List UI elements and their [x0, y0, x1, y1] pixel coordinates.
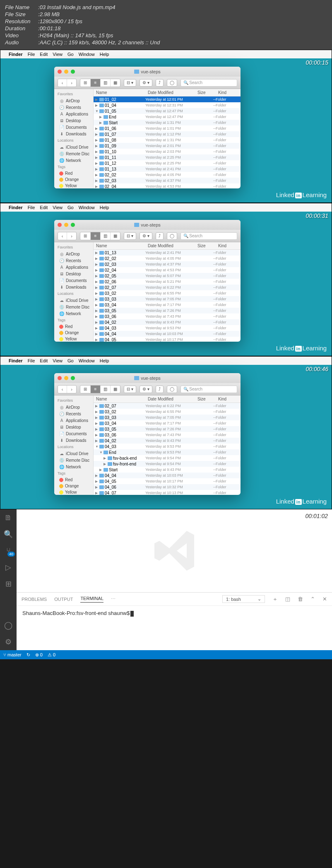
explorer-icon[interactable]: 🗎 — [3, 513, 13, 523]
file-row[interactable]: ▶04_07 Yesterday at 10:13 PM--Folder — [94, 490, 241, 495]
arrange-button[interactable]: ⊟ ▾ — [124, 232, 136, 240]
file-row[interactable]: ▶03_05 Yesterday at 7:26 PM--Folder — [94, 308, 241, 313]
debug-icon[interactable]: ▷ — [3, 562, 13, 572]
tab-terminal[interactable]: TERMINAL — [80, 596, 103, 603]
file-row[interactable]: ▶01_02 Yesterday at 12:01 PM--Folder — [94, 96, 241, 102]
sidebar-item[interactable]: 🌐Network — [54, 463, 93, 470]
menu-edit[interactable]: Edit — [40, 52, 48, 57]
menu-help[interactable]: Help — [100, 52, 109, 57]
menu-file[interactable]: File — [28, 358, 35, 363]
close-button[interactable] — [58, 223, 62, 227]
file-row[interactable]: ▶01_06 Yesterday at 1:01 PM--Folder — [94, 125, 241, 131]
sidebar-item[interactable]: 🕘Recents — [54, 410, 93, 417]
file-row[interactable]: ▶02_07 Yesterday at 6:22 PM--Folder — [94, 403, 241, 409]
file-row[interactable]: ▼04_03 Yesterday at 9:53 PM--Folder — [94, 444, 241, 449]
menu-go[interactable]: Go — [67, 52, 74, 57]
split-terminal-icon[interactable]: ◫ — [285, 596, 290, 602]
zoom-button[interactable] — [71, 376, 75, 380]
nav-buttons[interactable]: ‹› — [58, 385, 77, 393]
file-row[interactable]: ▶04_05 Yesterday at 10:17 PM--Folder — [94, 478, 241, 484]
file-row[interactable]: ▶04_03 Yesterday at 9:53 PM--Folder — [94, 325, 241, 331]
view-buttons[interactable]: ⊞≡▥▦ — [80, 385, 120, 393]
titlebar[interactable]: vue-steps — [54, 67, 241, 77]
menu-file[interactable]: File — [28, 205, 35, 210]
file-row[interactable]: ▶01_09 Yesterday at 2:01 PM--Folder — [94, 143, 241, 149]
file-row[interactable]: ▶03_02 Yesterday at 6:55 PM--Folder — [94, 409, 241, 415]
file-row[interactable]: ▶03_06 Yesterday at 7:43 PM--Folder — [94, 432, 241, 438]
nav-buttons[interactable]: ‹› — [58, 232, 77, 240]
view-buttons[interactable]: ⊞≡▥▦ — [80, 79, 120, 87]
file-row[interactable]: ▶fsv-back-end Yesterday at 9:54 PM--Fold… — [94, 455, 241, 461]
sync-icon[interactable]: ↻ — [26, 652, 30, 658]
sidebar-item[interactable]: 🕘Recents — [54, 104, 93, 111]
sidebar-item[interactable]: 🕘Recents — [54, 257, 93, 264]
tab-problems[interactable]: PROBLEMS — [22, 597, 47, 602]
file-row[interactable]: ▶03_04 Yesterday at 7:17 PM--Folder — [94, 302, 241, 308]
menu-window[interactable]: Window — [79, 358, 95, 363]
titlebar[interactable]: vue-steps — [54, 373, 241, 383]
share-button[interactable]: ⤴ — [156, 232, 164, 240]
menu-view[interactable]: View — [53, 205, 63, 210]
sidebar-item[interactable]: AApplications — [54, 264, 93, 270]
file-row[interactable]: ▶02_04 Yesterday at 4:53 PM--Folder — [94, 183, 241, 188]
sidebar-item[interactable]: ☁iCloud Drive — [54, 297, 93, 304]
menu-window[interactable]: Window — [79, 52, 95, 57]
file-row[interactable]: ▶04_05 Yesterday at 10:17 PM--Folder — [94, 337, 241, 342]
file-row[interactable]: ▶02_02 Yesterday at 4:05 PM--Folder — [94, 256, 241, 261]
zoom-button[interactable] — [71, 223, 75, 227]
menu-help[interactable]: Help — [100, 205, 109, 210]
sidebar-tag[interactable]: Orange — [54, 330, 93, 336]
back-button[interactable]: ‹ — [58, 79, 67, 87]
sidebar-tag[interactable]: Red — [54, 477, 93, 483]
warnings-count[interactable]: ⚠ 0 — [48, 652, 55, 658]
file-row[interactable]: ▶End Yesterday at 12:47 PM--Folder — [94, 114, 241, 120]
file-row[interactable]: ▶04_06 Yesterday at 10:32 PM--Folder — [94, 484, 241, 490]
sidebar-item[interactable]: ☁iCloud Drive — [54, 450, 93, 457]
file-row[interactable]: ▶02_06 Yesterday at 5:21 PM--Folder — [94, 279, 241, 285]
minimize-button[interactable] — [64, 70, 68, 74]
file-row[interactable]: ▶04_04 Yesterday at 10:03 PM--Folder — [94, 331, 241, 337]
file-row[interactable]: ▶02_03 Yesterday at 4:37 PM--Folder — [94, 178, 241, 183]
tab-output[interactable]: OUTPUT — [54, 597, 73, 602]
errors-count[interactable]: ⊗ 0 — [35, 652, 43, 658]
menu-view[interactable]: View — [53, 52, 63, 57]
menu-go[interactable]: Go — [67, 205, 74, 210]
file-row[interactable]: ▶04_02 Yesterday at 9:43 PM--Folder — [94, 438, 241, 444]
sidebar-item[interactable]: ◎AirDrop — [54, 97, 93, 104]
more-icon[interactable]: ⋯ — [111, 596, 115, 602]
forward-button[interactable]: › — [67, 232, 76, 240]
file-row[interactable]: ▶01_07 Yesterday at 1:12 PM--Folder — [94, 131, 241, 137]
trash-icon[interactable]: 🗑 — [298, 596, 303, 602]
sidebar-tag[interactable]: Orange — [54, 176, 93, 183]
sidebar-tag[interactable]: Yellow — [54, 183, 93, 188]
arrange-button[interactable]: ⊟ ▾ — [124, 79, 136, 87]
column-headers[interactable]: NameDate ModifiedSizeKind — [94, 242, 241, 250]
status-bar[interactable]: ⑂ master ↻ ⊗ 0 ⚠ 0 — [0, 650, 332, 659]
sidebar-item[interactable]: ☁iCloud Drive — [54, 144, 93, 150]
close-button[interactable] — [58, 376, 62, 380]
titlebar[interactable]: vue-steps — [54, 220, 241, 230]
file-row[interactable]: ▶02_03 Yesterday at 4:37 PM--Folder — [94, 261, 241, 267]
file-row[interactable]: ▶fsv-front-end Yesterday at 9:54 PM--Fol… — [94, 461, 241, 467]
search-icon[interactable]: 🔍 — [3, 529, 13, 539]
action-button[interactable]: ⚙ ▾ — [140, 232, 152, 240]
file-row[interactable]: ▼01_05 Yesterday at 12:47 PM--Folder — [94, 108, 241, 114]
sidebar-item[interactable]: AApplications — [54, 417, 93, 424]
back-button[interactable]: ‹ — [58, 232, 67, 240]
sidebar-item[interactable]: 📄Documents — [54, 124, 93, 130]
file-row[interactable]: ▶02_07 Yesterday at 6:22 PM--Folder — [94, 285, 241, 290]
sidebar-item[interactable]: 🌐Network — [54, 310, 93, 317]
share-button[interactable]: ⤴ — [156, 386, 164, 393]
file-row[interactable]: ▶Start Yesterday at 1:31 PM--Folder — [94, 120, 241, 125]
file-row[interactable]: ▶01_04 Yesterday at 12:31 PM--Folder — [94, 102, 241, 108]
source-control-icon[interactable]: ⑂ — [3, 546, 13, 556]
menubar[interactable]: Finder File Edit View Go Window Help — [0, 357, 332, 365]
file-row[interactable]: ▶03_03 Yesterday at 7:05 PM--Folder — [94, 296, 241, 302]
sidebar-item[interactable]: 📄Documents — [54, 430, 93, 437]
new-terminal-icon[interactable]: ＋ — [272, 596, 278, 603]
file-row[interactable]: ▼End Yesterday at 9:53 PM--Folder — [94, 449, 241, 455]
minimize-button[interactable] — [64, 223, 68, 227]
menu-view[interactable]: View — [53, 358, 63, 363]
file-row[interactable]: ▶03_05 Yesterday at 7:26 PM--Folder — [94, 426, 241, 432]
sidebar-tag[interactable]: Yellow — [54, 336, 93, 342]
